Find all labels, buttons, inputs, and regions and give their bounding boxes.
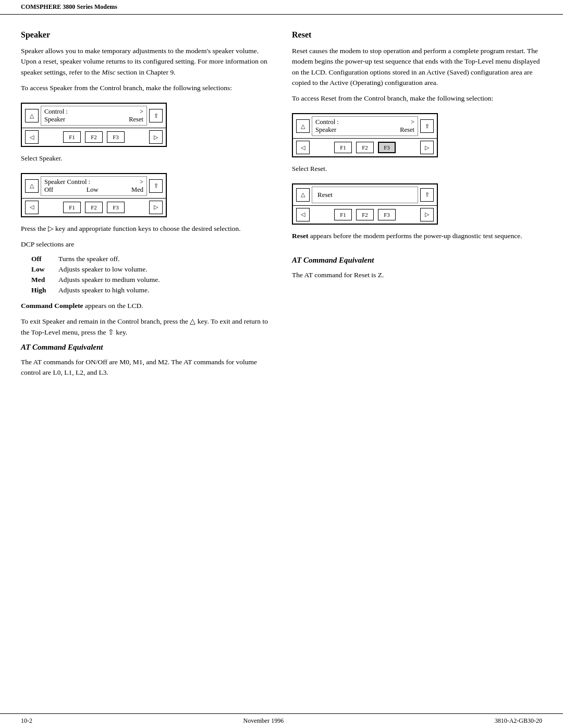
- speaker-control-panel2: △ Speaker Control : > Off Low Med: [21, 173, 167, 217]
- command-complete-bold: Command Complete: [21, 302, 83, 310]
- reset-heading: Reset: [292, 30, 542, 40]
- panel2-bottom-row: ◁ F1 F2 F3 ▷: [22, 199, 166, 216]
- footer-right: 3810-A2-GB30-20: [495, 717, 542, 725]
- rback-arrow-btn[interactable]: ◁: [296, 141, 310, 154]
- main-content: Speaker Speaker allows you to make tempo…: [0, 15, 563, 713]
- speaker-para3: Press the ▷ key and appropriate function…: [21, 224, 271, 234]
- back-arrow-btn[interactable]: ◁: [25, 130, 39, 144]
- fwd-arrow-btn2[interactable]: ▷: [149, 201, 163, 214]
- rf3-btn2[interactable]: F3: [378, 209, 396, 220]
- at-command-heading-left: AT Command Equivalent: [21, 343, 271, 352]
- reset-note-bold: Reset: [292, 232, 308, 240]
- rpanel1-arrow-right: >: [411, 118, 414, 126]
- fwd-arrow-btn[interactable]: ▷: [149, 130, 163, 144]
- reset-para2: To access Reset from the Control branch,…: [292, 93, 542, 104]
- panel1-control-label: Control :: [44, 108, 68, 116]
- dcp-item-off: Off Turns the speaker off.: [31, 255, 271, 263]
- rfn-row: F1 F2 F3: [312, 142, 418, 153]
- panel2-med-label: Med: [131, 186, 143, 194]
- panel1-bottom-row: ◁ F1 F2 F3 ▷: [22, 128, 166, 146]
- speaker-heading: Speaker: [21, 30, 271, 40]
- right-column: Reset Reset causes the modem to stop ope…: [292, 30, 542, 703]
- rf3-btn[interactable]: F3: [378, 142, 396, 153]
- back-arrow-btn2[interactable]: ◁: [25, 201, 39, 214]
- command-complete-note: Command Complete appears on the LCD.: [21, 301, 271, 311]
- reset-display-label: Reset: [315, 190, 335, 200]
- f2-btn[interactable]: F2: [85, 131, 103, 143]
- left-column: Speaker Speaker allows you to make tempo…: [21, 30, 271, 703]
- dcp-off-term: Off: [31, 255, 50, 263]
- up-arrow-btn[interactable]: △: [25, 109, 39, 122]
- rpanel2-top-row: △ Reset ⇧: [293, 184, 437, 206]
- at-command-para-right: The AT command for Reset is Z.: [292, 270, 542, 280]
- panel2-screen: Speaker Control : > Off Low Med: [41, 176, 147, 196]
- panel1-screen: Control : > Speaker Reset: [41, 106, 147, 126]
- select-reset-label: Select Reset.: [292, 164, 542, 174]
- panel2-low-label: Low: [87, 186, 99, 194]
- panel1-speaker-label: Speaker: [44, 116, 65, 124]
- panel2-arrow-right: >: [140, 178, 143, 186]
- rpanel1-speaker-label: Speaker: [315, 126, 336, 134]
- page-header: COMSPHERE 3800 Series Modems: [0, 0, 563, 15]
- panel2-off-label: Off: [44, 186, 53, 194]
- speaker-para2: To access Speaker from the Control branc…: [21, 83, 271, 93]
- panel1-arrow-right: >: [140, 108, 143, 116]
- footer-center: November 1996: [243, 717, 284, 725]
- speaker-para1: Speaker allows you to make temporary adj…: [21, 46, 271, 78]
- page: COMSPHERE 3800 Series Modems Speaker Spe…: [0, 0, 563, 728]
- at-command-heading-right: AT Command Equivalent: [292, 256, 542, 265]
- speaker-control-panel: △ Control : > Speaker Reset: [21, 103, 167, 147]
- dcp-high-desc: Adjusts speaker to high volume.: [58, 286, 149, 294]
- fn-row: F1 F2 F3: [41, 131, 147, 143]
- home-arrow-btn[interactable]: ⇧: [149, 109, 163, 122]
- rup-arrow-btn[interactable]: △: [296, 119, 310, 133]
- rpanel1-control-label: Control :: [315, 118, 339, 126]
- rf1-btn2[interactable]: F1: [334, 209, 352, 220]
- rhome-arrow-btn[interactable]: ⇧: [420, 119, 434, 133]
- header-title: COMSPHERE 3800 Series Modems: [21, 3, 117, 10]
- dcp-item-high: High Adjusts speaker to high volume.: [31, 286, 271, 294]
- rpanel2-screen: Reset: [312, 187, 418, 203]
- dcp-item-low: Low Adjusts speaker to low volume.: [31, 265, 271, 274]
- panel1-top-row: △ Control : > Speaker Reset: [22, 104, 166, 128]
- reset-para1: Reset causes the modem to stop operation…: [292, 46, 542, 88]
- fn-row2: F1 F2 F3: [41, 202, 147, 213]
- rf2-btn2[interactable]: F2: [356, 209, 374, 220]
- f1-btn2[interactable]: F1: [63, 202, 81, 213]
- dcp-med-desc: Adjusts speaker to medium volume.: [58, 276, 160, 284]
- f3-btn[interactable]: F3: [107, 131, 125, 143]
- panel1-reset-label: Reset: [129, 116, 143, 124]
- rback-arrow-btn2[interactable]: ◁: [296, 208, 310, 221]
- rf2-btn[interactable]: F2: [356, 142, 374, 153]
- select-speaker-label: Select Speaker.: [21, 153, 271, 164]
- dcp-item-med: Med Adjusts speaker to medium volume.: [31, 276, 271, 284]
- panel2-speaker-control-label: Speaker Control :: [44, 178, 90, 186]
- f2-btn2[interactable]: F2: [85, 202, 103, 213]
- rfwd-arrow-btn[interactable]: ▷: [420, 141, 434, 154]
- dcp-list: Off Turns the speaker off. Low Adjusts s…: [31, 255, 271, 294]
- rpanel1-top-row: △ Control : > Speaker Reset: [293, 114, 437, 139]
- dcp-low-desc: Adjusts speaker to low volume.: [58, 265, 148, 274]
- speaker-exit-para: To exit Speaker and remain in the Contro…: [21, 316, 271, 338]
- f1-btn[interactable]: F1: [63, 131, 81, 143]
- rpanel2-bottom-row: ◁ F1 F2 F3 ▷: [293, 206, 437, 224]
- reset-control-panel: △ Control : > Speaker Reset: [292, 113, 438, 157]
- reset-display-panel: △ Reset ⇧ ◁ F1 F2 F3: [292, 183, 438, 225]
- page-footer: 10-2 November 1996 3810-A2-GB30-20: [0, 713, 563, 728]
- rpanel1-reset-label: Reset: [400, 126, 414, 134]
- at-command-para-left: The AT commands for ON/Off are M0, M1, a…: [21, 357, 271, 378]
- reset-note: Reset appears before the modem performs …: [292, 231, 542, 241]
- dcp-high-term: High: [31, 286, 50, 294]
- rf1-btn[interactable]: F1: [334, 142, 352, 153]
- rup-arrow-btn2[interactable]: △: [296, 188, 310, 202]
- rpanel1-bottom-row: ◁ F1 F2 F3 ▷: [293, 139, 437, 156]
- rhome-arrow-btn2[interactable]: ⇧: [420, 188, 434, 202]
- rfwd-arrow-btn2[interactable]: ▷: [420, 208, 434, 221]
- footer-left: 10-2: [21, 717, 32, 725]
- up-arrow-btn2[interactable]: △: [25, 179, 39, 193]
- f3-btn2[interactable]: F3: [107, 202, 125, 213]
- panel2-top-row: △ Speaker Control : > Off Low Med: [22, 174, 166, 199]
- dcp-off-desc: Turns the speaker off.: [58, 255, 120, 263]
- rfn-row2: F1 F2 F3: [312, 209, 418, 220]
- home-arrow-btn2[interactable]: ⇧: [149, 179, 163, 193]
